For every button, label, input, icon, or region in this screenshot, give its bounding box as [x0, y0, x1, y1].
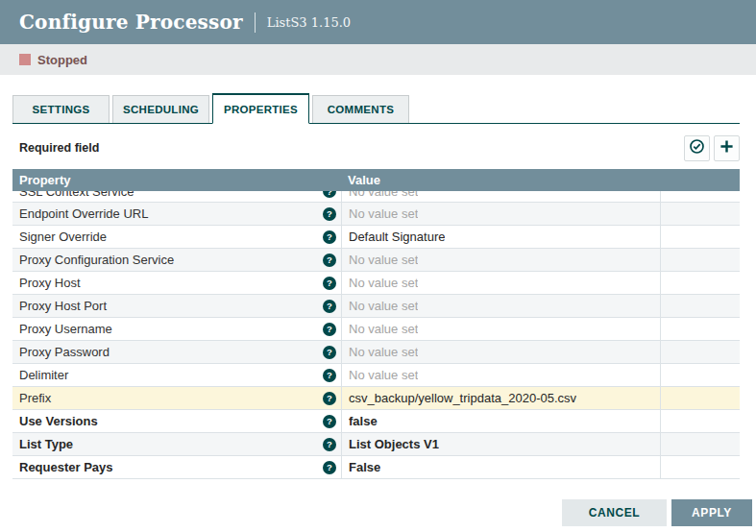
value-cell[interactable]: List Objects V1 [341, 433, 660, 455]
help-icon[interactable]: ? [323, 323, 336, 336]
row-extra-cell [660, 364, 740, 386]
properties-table-header: Property Value [12, 169, 740, 191]
stopped-status-icon [19, 54, 31, 65]
property-name: Requester Pays [19, 460, 113, 474]
dialog-footer-buttons: CANCEL APPLY [562, 499, 752, 526]
table-row: List Type ? List Objects V1 [12, 433, 740, 456]
title-separator [255, 12, 256, 33]
properties-toolbar: Required field [12, 134, 740, 161]
add-property-button[interactable] [714, 135, 740, 161]
properties-table: Property Value SSL Context Service ? No … [12, 169, 740, 479]
property-cell: Proxy Host Port ? [12, 295, 341, 317]
table-row: Prefix ? csv_backup/yellow_tripdata_2020… [12, 387, 740, 410]
help-icon[interactable]: ? [323, 438, 336, 451]
value-cell[interactable]: csv_backup/yellow_tripdata_2020-05.csv [341, 387, 660, 409]
help-icon[interactable]: ? [323, 461, 336, 474]
row-extra-cell [660, 341, 740, 363]
help-icon[interactable]: ? [323, 277, 336, 290]
value-cell[interactable]: No value set [341, 364, 660, 386]
property-cell: SSL Context Service ? [12, 191, 341, 203]
check-circle-icon [689, 138, 705, 158]
verify-properties-button[interactable] [684, 135, 710, 161]
row-extra-cell [660, 272, 740, 294]
help-icon[interactable]: ? [323, 392, 336, 405]
help-icon[interactable]: ? [323, 230, 336, 244]
tab-scheduling[interactable]: SCHEDULING [112, 95, 209, 123]
value-cell[interactable]: false [341, 410, 660, 432]
property-name: SSL Context Service [19, 191, 134, 199]
value-cell[interactable]: No value set [341, 341, 660, 363]
table-row: SSL Context Service ? No value set [12, 191, 740, 203]
dialog-header: Configure Processor ListS3 1.15.0 [0, 0, 756, 44]
property-name: List Type [19, 437, 73, 451]
column-header-value: Value [341, 173, 660, 187]
property-name: Delimiter [19, 368, 68, 382]
dialog-title: Configure Processor [19, 11, 243, 34]
property-cell: Proxy Username ? [12, 318, 341, 340]
property-cell: Use Versions ? [12, 410, 341, 432]
plus-icon [719, 139, 734, 157]
table-row: Endpoint Override URL ? No value set [12, 203, 740, 226]
row-extra-cell [660, 191, 740, 203]
tab-comments[interactable]: COMMENTS [312, 95, 409, 123]
property-name: Endpoint Override URL [19, 206, 148, 221]
property-cell: Delimiter ? [12, 364, 341, 386]
property-name: Prefix [19, 391, 51, 405]
property-cell: Endpoint Override URL ? [12, 203, 341, 225]
table-row: Proxy Configuration Service ? No value s… [12, 249, 740, 272]
apply-button[interactable]: APPLY [671, 499, 752, 526]
value-cell[interactable]: No value set [341, 249, 660, 271]
help-icon[interactable]: ? [323, 300, 336, 313]
help-icon[interactable]: ? [323, 346, 336, 359]
status-label: Stopped [37, 53, 87, 67]
value-cell[interactable]: No value set [341, 318, 660, 340]
table-row: Proxy Host ? No value set [12, 272, 740, 295]
toolbar-icon-buttons [684, 135, 740, 161]
help-icon[interactable]: ? [323, 207, 336, 221]
table-row: Signer Override ? Default Signature [12, 226, 740, 249]
property-cell: Proxy Host ? [12, 272, 341, 294]
property-name: Use Versions [19, 414, 98, 428]
property-name: Proxy Password [19, 345, 110, 359]
tab-bar: SETTINGS SCHEDULING PROPERTIES COMMENTS [12, 93, 740, 124]
property-cell: Prefix ? [12, 387, 341, 409]
property-name: Proxy Host [19, 276, 81, 290]
row-extra-cell [660, 433, 740, 455]
help-icon[interactable]: ? [323, 369, 336, 382]
property-name: Signer Override [19, 230, 107, 244]
tab-settings[interactable]: SETTINGS [12, 95, 110, 123]
table-row: Proxy Host Port ? No value set [12, 295, 740, 318]
value-cell[interactable]: Default Signature [341, 226, 660, 248]
status-bar: Stopped [0, 44, 756, 75]
dialog-content: SETTINGS SCHEDULING PROPERTIES COMMENTS … [0, 75, 756, 479]
table-row: Requester Pays ? False [12, 456, 740, 479]
property-cell: Proxy Configuration Service ? [12, 249, 341, 271]
column-header-property: Property [12, 173, 341, 187]
help-icon[interactable]: ? [323, 415, 336, 428]
help-icon[interactable]: ? [323, 191, 336, 198]
value-cell[interactable]: False [341, 456, 660, 478]
property-cell: Proxy Password ? [12, 341, 341, 363]
row-extra-cell [660, 226, 740, 248]
table-row: Proxy Password ? No value set [12, 341, 740, 364]
property-cell: Signer Override ? [12, 226, 341, 248]
property-cell: Requester Pays ? [12, 456, 341, 478]
tab-properties[interactable]: PROPERTIES [212, 93, 309, 124]
row-extra-cell [660, 249, 740, 271]
value-cell[interactable]: No value set [341, 295, 660, 317]
table-row: Delimiter ? No value set [12, 364, 740, 387]
value-cell[interactable]: No value set [341, 272, 660, 294]
table-row: Use Versions ? false [12, 410, 740, 433]
row-extra-cell [660, 410, 740, 432]
required-field-label: Required field [19, 141, 99, 155]
help-icon[interactable]: ? [323, 254, 336, 267]
property-name: Proxy Configuration Service [19, 253, 174, 267]
configure-processor-dialog: { "colors": { "header_bg": "#728E9B", "a… [0, 0, 756, 532]
value-cell[interactable]: No value set [341, 203, 660, 225]
row-extra-cell [660, 318, 740, 340]
property-cell: List Type ? [12, 433, 341, 455]
row-extra-cell [660, 203, 740, 225]
property-name: Proxy Username [19, 322, 112, 336]
value-cell[interactable]: No value set [341, 191, 660, 203]
cancel-button[interactable]: CANCEL [562, 499, 667, 526]
